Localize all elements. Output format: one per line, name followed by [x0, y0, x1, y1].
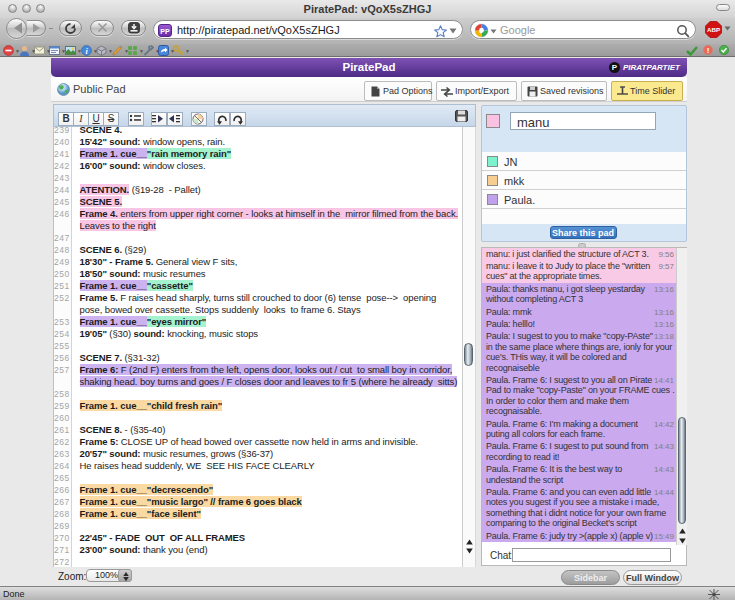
svg-text:ABP: ABP	[707, 26, 720, 33]
svg-text:!: !	[707, 46, 710, 55]
